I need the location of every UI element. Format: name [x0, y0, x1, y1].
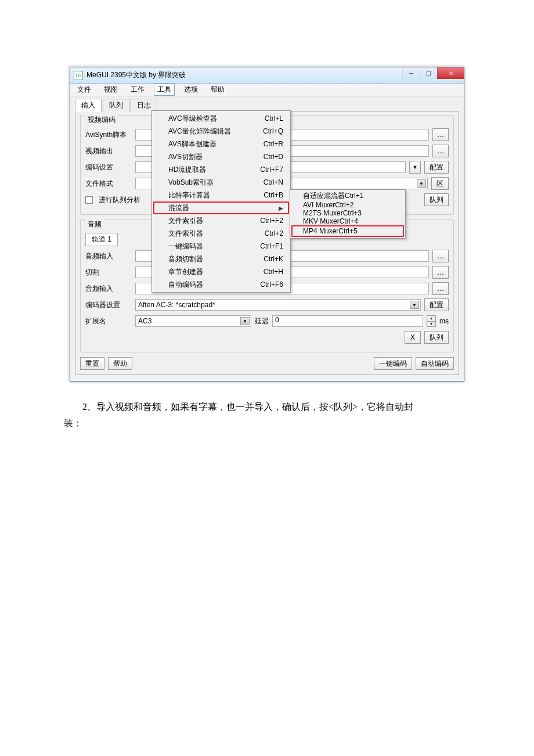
menu-item-shortcut: Ctrl+F1	[260, 242, 283, 250]
menu-item-label: 一键编码器	[168, 242, 203, 251]
audio-track-tab[interactable]: 轨道 1	[85, 233, 118, 246]
menu-item-shortcut: Ctrl+F2	[260, 217, 283, 225]
minimize-button[interactable]: ─	[402, 67, 420, 79]
submenu-item-label: MKV Muxer	[303, 217, 340, 225]
auto-encode-button[interactable]: 自动编码	[416, 357, 454, 370]
client-area: www.bdocx.com 输入 队列 日志 视频编码 AviSynth脚本 …	[70, 96, 464, 381]
tools-menu-item[interactable]: 文件索引器Ctrl+2	[153, 227, 289, 240]
menu-item-label: 自动编码器	[168, 280, 203, 290]
ms-label: ms	[439, 317, 449, 325]
audio-config-button[interactable]: 配置	[424, 298, 449, 311]
spinner-up-icon[interactable]: ▲	[427, 316, 435, 322]
menu-bar: 文件 视图 工作 工具 选项 帮助	[70, 84, 464, 96]
help-button[interactable]: 帮助	[108, 357, 132, 370]
submenu-item-label: MP4 Muxer	[303, 227, 338, 235]
audio-cut-browse-button[interactable]: …	[432, 266, 449, 279]
maximize-button[interactable]: ☐	[420, 67, 437, 79]
menu-file[interactable]: 文件	[74, 84, 95, 96]
tools-menu-item[interactable]: AVC等级检查器Ctrl+L	[153, 112, 289, 125]
video-group-title: 视频编码	[85, 115, 118, 125]
delay-label: 延迟	[255, 316, 269, 326]
tab-input[interactable]: 输入	[75, 99, 102, 111]
tools-menu-item[interactable]: AVS切割器Ctrl+D	[153, 150, 289, 163]
video-area-button[interactable]: 区	[431, 177, 449, 190]
menu-view[interactable]: 视图	[100, 84, 121, 96]
muxer-submenu-item[interactable]: MP4 MuxerCtrl+5	[291, 225, 404, 237]
muxer-submenu-item[interactable]: M2TS MuxerCtrl+3	[291, 209, 404, 217]
tools-menu-item[interactable]: AVS脚本创建器Ctrl+R	[153, 138, 289, 150]
spinner-down-icon[interactable]: ▼	[427, 322, 435, 327]
tab-strip: 输入 队列 日志	[75, 99, 459, 111]
audio-input2-browse-button[interactable]: …	[432, 282, 449, 295]
reset-button[interactable]: 重置	[80, 357, 104, 370]
tools-menu-item[interactable]: AVC量化矩阵编辑器Ctrl+Q	[153, 125, 289, 138]
video-output-browse-button[interactable]: …	[432, 145, 449, 157]
menu-item-shortcut: Ctrl+Q	[263, 127, 283, 135]
chevron-down-icon: ▼	[417, 179, 426, 188]
menu-tools[interactable]: 工具	[154, 84, 175, 96]
delay-spinner[interactable]: ▲▼	[427, 315, 436, 327]
tools-menu-item[interactable]: 自动编码器Ctrl+F6	[153, 278, 289, 291]
menu-work[interactable]: 工作	[127, 84, 148, 96]
menu-item-label: AVC量化矩阵编辑器	[168, 127, 231, 136]
file-format-label: 文件格式	[85, 179, 132, 189]
tab-log[interactable]: 日志	[131, 99, 157, 111]
audio-queue-button[interactable]: 队列	[424, 331, 449, 344]
tools-menu-item[interactable]: HD流提取器Ctrl+F7	[153, 163, 289, 176]
close-button[interactable]: ✕	[437, 67, 464, 79]
submenu-arrow-icon: ▶	[279, 205, 283, 211]
menu-item-label: 混流器	[168, 203, 189, 213]
video-queue-button[interactable]: 队列	[424, 193, 449, 206]
audio-ext-select[interactable]: AC3 ▼	[135, 315, 251, 327]
submenu-item-shortcut: Ctrl+2	[335, 201, 353, 209]
submenu-item-label: M2TS Muxer	[303, 209, 343, 217]
chevron-down-icon: ▼	[410, 301, 419, 309]
title-bar: m MeGUI 2395中文版 by:界限突破 ─ ☐ ✕	[70, 67, 464, 84]
audio-x-button[interactable]: X	[405, 331, 421, 344]
encode-settings-label: 编码设置	[85, 163, 132, 172]
tools-menu-item[interactable]: VobSub索引器Ctrl+N	[153, 176, 289, 189]
tools-menu-item[interactable]: 混流器▶	[153, 201, 289, 214]
tab-queue[interactable]: 队列	[103, 99, 129, 111]
tools-menu-item[interactable]: 比特率计算器Ctrl+B	[153, 189, 289, 201]
audio-encoder-value: Aften AC-3: *scratchpad*	[138, 301, 215, 309]
delay-input[interactable]: 0	[272, 315, 423, 327]
app-icon: m	[74, 71, 83, 80]
menu-item-shortcut: Ctrl+R	[264, 140, 283, 148]
tools-menu-item[interactable]: 一键编码器Ctrl+F1	[153, 240, 289, 253]
tools-menu-item[interactable]: 文件索引器Ctrl+F2	[153, 214, 289, 227]
menu-item-shortcut: Ctrl+L	[265, 114, 283, 123]
menu-item-label: AVS脚本创建器	[168, 139, 217, 149]
doc-line-2: 装；	[64, 418, 82, 428]
avisynth-browse-button[interactable]: …	[432, 128, 449, 141]
menu-item-shortcut: Ctrl+D	[264, 153, 283, 161]
audio-group-title: 音频	[85, 219, 104, 229]
submenu-item-shortcut: Ctrl+4	[340, 217, 358, 225]
app-window: m MeGUI 2395中文版 by:界限突破 ─ ☐ ✕ 文件 视图 工作 工…	[70, 67, 464, 381]
menu-item-shortcut: Ctrl+K	[264, 255, 283, 263]
muxer-submenu-item[interactable]: 自适应混流器Ctrl+1	[291, 191, 404, 201]
menu-options[interactable]: 选项	[181, 84, 201, 96]
queue-analysis-checkbox[interactable]	[85, 196, 93, 204]
tools-menu-item[interactable]: 章节创建器Ctrl+H	[153, 265, 289, 278]
tools-dropdown: AVC等级检查器Ctrl+LAVC量化矩阵编辑器Ctrl+QAVS脚本创建器Ct…	[151, 110, 291, 293]
menu-item-label: 比特率计算器	[168, 190, 210, 200]
video-config-button[interactable]: 配置	[424, 161, 449, 174]
menu-item-shortcut: Ctrl+F7	[260, 165, 283, 174]
submenu-item-label: 自适应混流器	[303, 192, 345, 200]
submenu-item-shortcut: Ctrl+5	[338, 227, 357, 235]
menu-item-shortcut: Ctrl+B	[264, 191, 283, 199]
encode-settings-dropdown-button[interactable]: ▼	[409, 161, 421, 174]
window-title: MeGUI 2395中文版 by:界限突破	[86, 70, 186, 80]
tools-menu-item[interactable]: 音频切割器Ctrl+K	[153, 253, 289, 265]
audio-input-browse-button[interactable]: …	[432, 250, 449, 262]
muxer-submenu-item[interactable]: MKV MuxerCtrl+4	[291, 217, 404, 225]
muxer-submenu-item[interactable]: AVI MuxerCtrl+2	[291, 201, 404, 209]
audio-input-label: 音频输入	[85, 251, 132, 261]
audio-encoder-select[interactable]: Aften AC-3: *scratchpad* ▼	[135, 299, 421, 311]
menu-item-shortcut: Ctrl+F6	[260, 280, 283, 289]
one-click-encode-button[interactable]: 一键编码	[374, 357, 412, 370]
footer-row: 重置 帮助 一键编码 自动编码	[80, 357, 454, 370]
menu-help[interactable]: 帮助	[207, 84, 228, 96]
menu-item-label: HD流提取器	[168, 165, 206, 175]
